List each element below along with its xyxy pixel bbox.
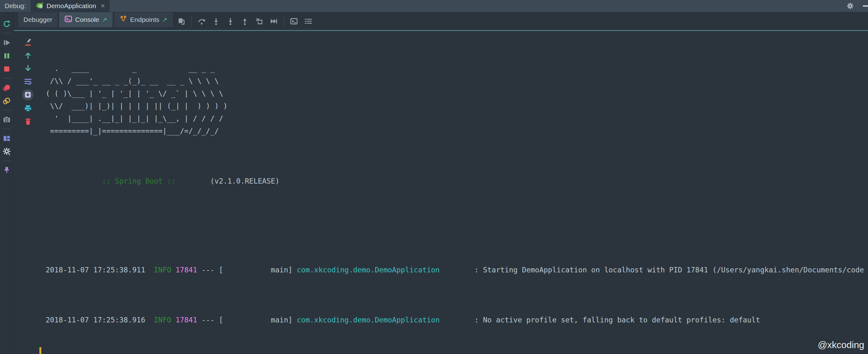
tab-console[interactable]: Console ↗: [59, 12, 113, 27]
separator: [191, 16, 192, 27]
banner-line: /\\ / ___'_ __ _ _(_)_ __ __ _ \ \ \ \: [45, 75, 868, 87]
log-thread: main: [223, 316, 288, 324]
banner-line: \\/ ___)| |_)| | | | | || (_| | ) ) ) ): [45, 100, 868, 112]
print-icon[interactable]: [24, 104, 32, 113]
spring-banner: . ____ _ __ _ _ /\\ / ___'_ __ _ _(_)_ _…: [45, 62, 868, 137]
step-into-icon[interactable]: [209, 15, 223, 28]
step-out-icon[interactable]: [238, 15, 252, 28]
banner-line: =========|_|==============|___/=/_/_/_/: [45, 125, 868, 137]
log-timestamp: 2018-11-07 17:25:38.911: [45, 266, 145, 274]
separator: [3, 33, 11, 33]
log-line: 2018-11-07 17:25:38.916 INFO 17841 --- […: [45, 314, 868, 326]
pin-icon[interactable]: [2, 166, 11, 175]
separator: [284, 16, 284, 27]
up-stack-trace-icon[interactable]: [24, 51, 32, 59]
drop-frame-icon[interactable]: [252, 15, 267, 28]
main-area: Debugger Console ↗ Endpoints ↗: [0, 12, 868, 354]
banner-line: ' |____| .__|_| |_|_| |_\__, | / / / /: [45, 112, 868, 125]
text-caret: [39, 347, 41, 354]
hide-icon[interactable]: [862, 2, 868, 9]
log-pid: 17841: [176, 266, 197, 274]
blank-line: [45, 200, 868, 214]
banner-footer: :: Spring Boot :: (v2.1.0.RELEASE): [45, 162, 868, 175]
banner-line: . ____ _ __ _ _: [45, 62, 868, 75]
console-action-sidebar: [14, 31, 42, 354]
tab-endpoints[interactable]: Endpoints ↗: [114, 12, 173, 27]
log-level: INFO: [154, 266, 171, 274]
debug-header-bar: Debug: DemoApplication ×: [0, 0, 868, 12]
tab-debugger[interactable]: Debugger: [18, 12, 58, 27]
right-area: Debugger Console ↗ Endpoints ↗: [14, 12, 868, 354]
tab-console-label: Console: [75, 16, 99, 24]
rerun-icon[interactable]: [2, 20, 11, 28]
console-output[interactable]: . ____ _ __ _ _ /\\ / ___'_ __ _ _(_)_ _…: [42, 31, 868, 354]
separator: [3, 160, 11, 161]
watermark: @xkcoding: [818, 340, 864, 350]
log-logger: com.xkcoding.demo.DemoApplication: [297, 316, 470, 324]
down-stack-trace-icon[interactable]: [24, 64, 32, 72]
evaluate-expression-icon[interactable]: [287, 15, 301, 28]
spring-boot-version: (v2.1.0.RELEASE): [210, 177, 280, 185]
banner-line: ( ( )\___ | '_ | '_| | '_ \/ _` | \ \ \ …: [45, 87, 868, 100]
log-message: Starting DemoApplication on localhost wi…: [483, 266, 864, 274]
spring-boot-label: :: Spring Boot ::: [98, 177, 176, 185]
console-content: . ____ _ __ _ _ /\\ / ___'_ __ _ _(_)_ _…: [14, 31, 868, 354]
thread-dump-camera-icon[interactable]: [2, 115, 11, 124]
run-to-cursor-icon[interactable]: [267, 15, 281, 28]
resume-program-icon[interactable]: [2, 38, 11, 47]
scroll-to-end-icon[interactable]: [22, 89, 33, 100]
tab-debugger-label: Debugger: [24, 16, 52, 24]
debug-tool-window: Debug: DemoApplication ×: [0, 0, 868, 354]
pause-program-icon[interactable]: [2, 51, 11, 60]
console-log: 2018-11-07 17:25:38.911 INFO 17841 --- […: [45, 239, 868, 354]
step-over-icon[interactable]: [194, 15, 209, 28]
log-thread: main: [223, 266, 288, 274]
header-right-icons: [847, 2, 868, 9]
external-window-arrow-icon[interactable]: ↗: [162, 16, 167, 24]
show-frames-icon[interactable]: [174, 15, 189, 28]
clear-all-icon[interactable]: [24, 117, 32, 126]
mute-breakpoints-icon[interactable]: [2, 96, 11, 105]
trace-settings-icon[interactable]: [301, 15, 315, 28]
separator: [3, 128, 11, 129]
debugger-action-sidebar: [0, 12, 14, 354]
soft-wrap-icon[interactable]: [24, 77, 32, 86]
debug-label: Debug:: [0, 2, 31, 10]
view-breakpoints-icon[interactable]: [2, 83, 11, 92]
log-timestamp: 2018-11-07 17:25:38.916: [45, 316, 145, 324]
tab-endpoints-label: Endpoints: [130, 16, 159, 24]
console-terminal-icon: [64, 15, 72, 24]
spring-boot-leaf-icon: [36, 1, 44, 11]
debug-toolbar: Debugger Console ↗ Endpoints ↗: [14, 12, 868, 31]
run-tab-title: DemoApplication: [46, 2, 96, 10]
run-configuration-tab[interactable]: DemoApplication ×: [31, 0, 110, 12]
log-pid: 17841: [176, 316, 197, 324]
separator: [3, 110, 11, 110]
log-logger: com.xkcoding.demo.DemoApplication: [297, 266, 470, 274]
gear-icon[interactable]: [847, 2, 854, 9]
separator: [3, 78, 11, 79]
log-level: INFO: [154, 316, 171, 324]
highlight-output-icon[interactable]: [24, 37, 32, 46]
stop-icon[interactable]: [2, 64, 11, 73]
settings-gear-icon[interactable]: [2, 147, 11, 156]
endpoints-icon: [119, 15, 127, 24]
external-window-arrow-icon[interactable]: ↗: [102, 16, 107, 24]
force-step-into-icon[interactable]: [223, 15, 238, 28]
log-message: No active profile set, falling back to d…: [483, 316, 760, 324]
close-icon[interactable]: ×: [101, 2, 105, 10]
log-line: 2018-11-07 17:25:38.911 INFO 17841 --- […: [45, 264, 868, 276]
restore-layout-icon[interactable]: [2, 134, 11, 143]
